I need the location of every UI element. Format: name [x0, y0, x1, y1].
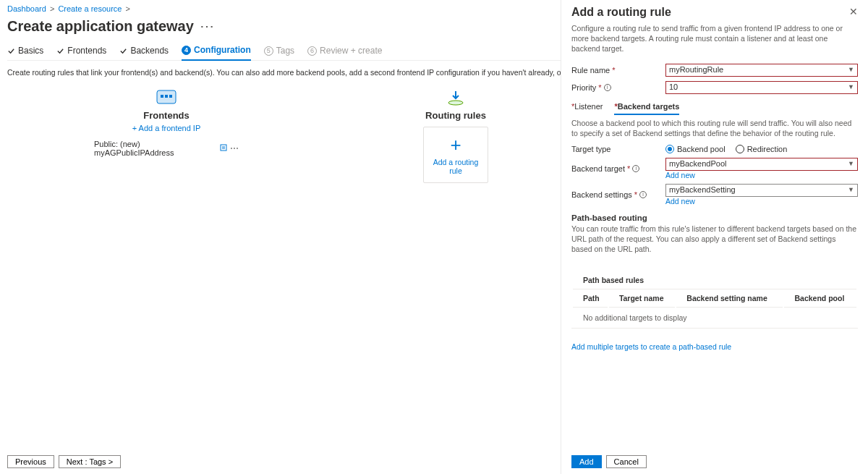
radio-backend-pool[interactable] — [665, 145, 674, 153]
routing-column: Routing rules + Add a routing rule — [383, 88, 528, 183]
chevron-down-icon: ▼ — [848, 83, 854, 90]
tab-frontends[interactable]: Frontends — [56, 45, 106, 61]
target-type-label: Target type — [571, 145, 665, 153]
panel-title: Add a routing rule — [571, 6, 671, 19]
check-icon — [119, 47, 127, 55]
backend-settings-select[interactable]: myBackendSetting▼ — [665, 184, 858, 197]
routing-title: Routing rules — [425, 110, 486, 121]
chevron-down-icon: ▼ — [848, 186, 854, 193]
subtab-backend-targets[interactable]: *Backend targets — [614, 102, 679, 115]
step-number-icon: 4 — [182, 46, 191, 55]
tab-configuration[interactable]: 4 Configuration — [182, 45, 251, 61]
next-button[interactable]: Next : Tags > — [59, 455, 121, 468]
add-frontend-link[interactable]: + Add a frontend IP — [132, 124, 201, 132]
info-icon[interactable]: i — [604, 84, 611, 91]
cancel-button[interactable]: Cancel — [606, 455, 647, 468]
add-button[interactable]: Add — [571, 455, 602, 468]
path-routing-title: Path-based routing — [571, 208, 858, 224]
step-number-icon: 5 — [264, 46, 273, 56]
tab-tags[interactable]: 5 Tags — [264, 45, 294, 61]
tab-backends[interactable]: Backends — [119, 45, 169, 61]
svg-rect-3 — [169, 95, 172, 98]
check-icon — [56, 47, 64, 55]
priority-label: Priority* i — [571, 83, 665, 92]
backend-settings-label: Backend settings* i — [571, 190, 665, 199]
plus-icon: + — [450, 137, 461, 152]
svg-rect-2 — [165, 95, 168, 98]
svg-rect-1 — [161, 95, 163, 98]
info-icon[interactable]: i — [639, 191, 647, 198]
info-icon[interactable]: i — [632, 165, 639, 172]
add-routing-rule-card[interactable]: + Add a routing rule — [423, 127, 488, 183]
step-number-icon: 6 — [307, 46, 317, 56]
routing-icon — [443, 88, 468, 106]
svg-point-7 — [448, 101, 463, 105]
previous-button[interactable]: Previous — [7, 455, 54, 468]
rule-name-input[interactable]: myRoutingRule▼ — [665, 64, 858, 77]
col-backend-pool: Backend pool — [784, 291, 856, 308]
path-routing-description: You can route traffic from this rule's l… — [571, 224, 858, 259]
chevron-down-icon: ▼ — [848, 66, 854, 73]
frontend-item-label: Public: (new) myAGPublicIPAddress — [94, 140, 215, 157]
rule-name-label: Rule name* — [571, 66, 665, 75]
panel-description: Configure a routing rule to send traffic… — [571, 23, 858, 62]
add-routing-rule-panel: Add a routing rule ✕ Configure a routing… — [561, 0, 868, 474]
col-path: Path — [573, 291, 608, 308]
add-routing-rule-label: Add a routing rule — [427, 152, 485, 175]
edit-icon[interactable] — [219, 143, 228, 153]
path-rules-table: Path based rules Path Target name Backen… — [571, 271, 858, 329]
backend-target-select[interactable]: myBackendPool▼ — [665, 158, 858, 171]
check-icon — [7, 47, 15, 55]
col-backend-setting: Backend setting name — [676, 291, 783, 308]
more-icon[interactable]: ⋯ — [200, 17, 214, 35]
priority-input[interactable]: 10▼ — [665, 81, 858, 94]
more-icon[interactable]: ⋯ — [230, 143, 239, 153]
chevron-down-icon: ▼ — [848, 160, 854, 167]
frontend-icon — [154, 88, 179, 106]
frontend-item: Public: (new) myAGPublicIPAddress ⋯ — [94, 140, 239, 157]
add-new-target-link[interactable]: Add new — [665, 171, 858, 179]
path-rules-empty: No additional targets to display — [573, 309, 856, 326]
backend-description: Choose a backend pool to which this rout… — [571, 118, 858, 143]
radio-redirection[interactable] — [736, 145, 744, 153]
tab-basics[interactable]: Basics — [7, 45, 43, 61]
frontends-column: Frontends + Add a frontend IP Public: (n… — [94, 88, 239, 183]
path-rules-table-title: Path based rules — [573, 273, 856, 289]
radio-redirection-label: Redirection — [747, 145, 788, 153]
panel-subtabs: *Listener *Backend targets — [571, 96, 858, 118]
subtab-listener[interactable]: *Listener — [571, 102, 603, 115]
col-target-name: Target name — [609, 291, 675, 308]
tab-review[interactable]: 6 Review + create — [307, 45, 382, 61]
radio-backend-pool-label: Backend pool — [677, 145, 726, 153]
backend-target-label: Backend target* i — [571, 164, 665, 173]
frontends-title: Frontends — [143, 110, 190, 121]
breadcrumb-create-resource[interactable]: Create a resource — [58, 4, 122, 13]
add-path-targets-link[interactable]: Add multiple targets to create a path-ba… — [571, 342, 731, 351]
breadcrumb-dashboard[interactable]: Dashboard — [7, 4, 46, 13]
add-new-settings-link[interactable]: Add new — [665, 197, 858, 206]
close-icon[interactable]: ✕ — [849, 6, 858, 17]
svg-rect-4 — [221, 145, 226, 151]
